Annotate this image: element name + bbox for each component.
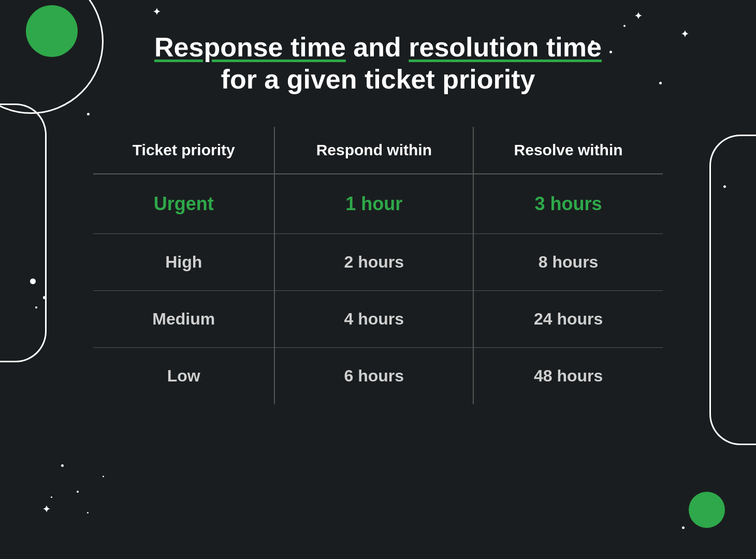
resolve-low: 48 hours xyxy=(473,347,663,404)
respond-low: 6 hours xyxy=(274,347,473,404)
resolve-high: 8 hours xyxy=(473,233,663,290)
table-header-row: Ticket priority Respond within Resolve w… xyxy=(93,127,663,174)
sla-table-wrapper: Ticket priority Respond within Resolve w… xyxy=(93,127,663,404)
sla-table: Ticket priority Respond within Resolve w… xyxy=(93,127,663,404)
page-title: Response time and resolution time for a … xyxy=(154,31,602,96)
title-line2: for a given ticket priority xyxy=(221,64,535,94)
priority-low: Low xyxy=(93,347,274,404)
table-row: Low 6 hours 48 hours xyxy=(93,347,663,404)
priority-high: High xyxy=(93,233,274,290)
title-response-time: Response time xyxy=(154,32,346,62)
respond-medium: 4 hours xyxy=(274,290,473,347)
resolve-medium: 24 hours xyxy=(473,290,663,347)
title-resolution-time: resolution time xyxy=(409,32,602,62)
respond-high: 2 hours xyxy=(274,233,473,290)
priority-urgent: Urgent xyxy=(93,174,274,234)
table-row: High 2 hours 8 hours xyxy=(93,233,663,290)
col-header-respond: Respond within xyxy=(274,127,473,174)
col-header-resolve: Resolve within xyxy=(473,127,663,174)
col-header-priority: Ticket priority xyxy=(93,127,274,174)
main-content: Response time and resolution time for a … xyxy=(0,0,756,559)
table-row: Urgent 1 hour 3 hours xyxy=(93,174,663,234)
title-connector: and xyxy=(346,32,409,62)
respond-urgent: 1 hour xyxy=(274,174,473,234)
resolve-urgent: 3 hours xyxy=(473,174,663,234)
table-row: Medium 4 hours 24 hours xyxy=(93,290,663,347)
priority-medium: Medium xyxy=(93,290,274,347)
